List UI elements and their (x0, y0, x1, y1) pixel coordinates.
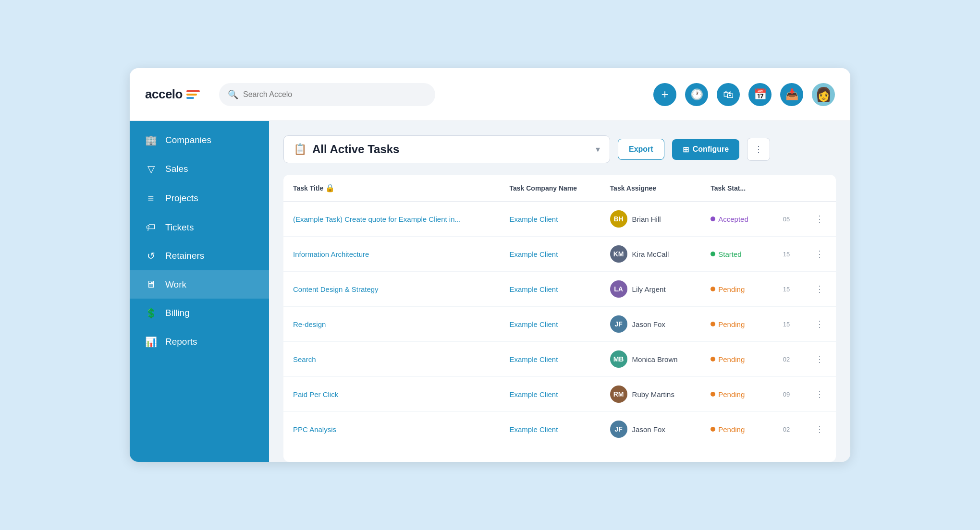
status-dot (710, 427, 715, 432)
row-more-button[interactable]: ⋮ (804, 412, 836, 447)
header: accelo 🔍 + 🕐 🛍 📅 📥 👩 (130, 68, 850, 121)
status-dot (710, 322, 715, 326)
status-label: Pending (718, 320, 745, 328)
table-row: PPC Analysis Example Client JF Jason Fox… (283, 412, 836, 447)
assignee-cell: BH Brian Hill (610, 210, 692, 228)
company-cell: Example Client (500, 307, 600, 342)
sidebar-label-billing: Billing (165, 308, 190, 318)
title-dropdown[interactable]: 📋 All Active Tasks ▾ (283, 135, 610, 163)
status-dot (710, 287, 715, 291)
inbox-button[interactable]: 📥 (780, 83, 803, 106)
row-more-button[interactable]: ⋮ (804, 342, 836, 377)
assignee-name: Jason Fox (632, 320, 665, 328)
search-bar[interactable]: 🔍 (219, 83, 435, 106)
status-cell: Pending (701, 272, 773, 307)
status-label: Pending (718, 355, 745, 363)
billing-icon: 💲 (145, 307, 157, 319)
sidebar-label-reports: Reports (165, 337, 197, 347)
avatar: JF (610, 421, 627, 438)
configure-label: Configure (693, 145, 729, 154)
task-link[interactable]: Search (293, 355, 316, 363)
tickets-icon: 🏷 (145, 222, 157, 233)
calendar-button[interactable]: 📅 (748, 83, 772, 106)
task-link[interactable]: PPC Analysis (293, 425, 336, 434)
avatar: LA (610, 280, 627, 298)
row-more-button[interactable]: ⋮ (804, 307, 836, 342)
row-more-button[interactable]: ⋮ (804, 377, 836, 412)
sidebar-item-billing[interactable]: 💲 Billing (130, 299, 269, 327)
sidebar-item-reports[interactable]: 📊 Reports (130, 327, 269, 356)
extra-col: 02 (773, 412, 804, 447)
status-dot (710, 357, 715, 361)
assignee-cell-td: JF Jason Fox (600, 307, 701, 342)
assignee-cell-td: JF Jason Fox (600, 412, 701, 447)
assignee-name: Jason Fox (632, 425, 665, 434)
chevron-down-icon: ▾ (596, 144, 600, 155)
status-label: Pending (718, 425, 745, 434)
more-options-button[interactable]: ⋮ (747, 138, 770, 161)
status-label: Accepted (718, 215, 748, 223)
bag-button[interactable]: 🛍 (717, 83, 740, 106)
export-button[interactable]: Export (618, 139, 664, 160)
toolbar: 📋 All Active Tasks ▾ Export ⊞ Configure … (283, 135, 836, 163)
status-label: Started (718, 250, 741, 258)
col-header-status: Task Stat... (701, 175, 773, 202)
task-link[interactable]: Information Architecture (293, 250, 369, 258)
company-name: Example Client (509, 390, 558, 398)
sidebar-item-companies[interactable]: 🏢 Companies (130, 126, 269, 155)
sidebar-item-work[interactable]: 🖥 Work (130, 270, 269, 299)
task-link[interactable]: Re-design (293, 320, 326, 328)
sidebar-label-projects: Projects (165, 193, 198, 204)
extra-col: 15 (773, 307, 804, 342)
status-dot (710, 392, 715, 397)
clock-button[interactable]: 🕐 (685, 83, 708, 106)
task-title-cell: Information Architecture (283, 237, 500, 272)
companies-icon: 🏢 (145, 134, 157, 146)
status-badge: Pending (710, 390, 764, 398)
task-link[interactable]: (Example Task) Create quote for Example … (293, 215, 461, 223)
user-avatar[interactable]: 👩 (812, 83, 835, 106)
extra-col: 15 (773, 272, 804, 307)
task-link[interactable]: Paid Per Click (293, 390, 338, 398)
task-table: Task Title 🔒 Task Company Name Task Assi… (283, 175, 836, 446)
row-more-button[interactable]: ⋮ (804, 237, 836, 272)
company-cell: Example Client (500, 342, 600, 377)
sidebar-item-sales[interactable]: ▽ Sales (130, 155, 269, 183)
company-cell: Example Client (500, 202, 600, 237)
extra-col: 05 (773, 202, 804, 237)
company-name: Example Client (509, 215, 558, 223)
avatar: RM (610, 385, 627, 403)
assignee-name: Lily Argent (632, 285, 666, 293)
company-name: Example Client (509, 250, 558, 258)
assignee-cell: LA Lily Argent (610, 280, 692, 298)
task-link[interactable]: Content Design & Strategy (293, 285, 379, 293)
task-title-cell: PPC Analysis (283, 412, 500, 447)
task-title-cell: (Example Task) Create quote for Example … (283, 202, 500, 237)
col-header-company: Task Company Name (500, 175, 600, 202)
col-header-actions (804, 175, 836, 202)
company-name: Example Client (509, 285, 558, 293)
sidebar-item-retainers[interactable]: ↺ Retainers (130, 241, 269, 270)
assignee-cell-td: RM Ruby Martins (600, 377, 701, 412)
header-icons: + 🕐 🛍 📅 📥 👩 (653, 83, 835, 106)
sidebar-label-sales: Sales (165, 164, 188, 174)
status-cell: Started (701, 237, 773, 272)
assignee-cell-td: MB Monica Brown (600, 342, 701, 377)
row-more-button[interactable]: ⋮ (804, 202, 836, 237)
assignee-cell: JF Jason Fox (610, 421, 692, 438)
sales-icon: ▽ (145, 163, 157, 175)
configure-button[interactable]: ⊞ Configure (672, 139, 740, 160)
company-name: Example Client (509, 425, 558, 434)
projects-icon: ≡ (145, 192, 157, 205)
search-input[interactable] (243, 90, 427, 99)
title-icon: 📋 (294, 143, 306, 156)
sidebar-item-projects[interactable]: ≡ Projects (130, 183, 269, 213)
content-area: 📋 All Active Tasks ▾ Export ⊞ Configure … (269, 121, 850, 462)
add-button[interactable]: + (653, 83, 676, 106)
row-more-button[interactable]: ⋮ (804, 272, 836, 307)
task-title-cell: Search (283, 342, 500, 377)
status-badge: Accepted (710, 215, 764, 223)
sidebar-item-tickets[interactable]: 🏷 Tickets (130, 213, 269, 241)
status-cell: Pending (701, 342, 773, 377)
assignee-cell-td: BH Brian Hill (600, 202, 701, 237)
